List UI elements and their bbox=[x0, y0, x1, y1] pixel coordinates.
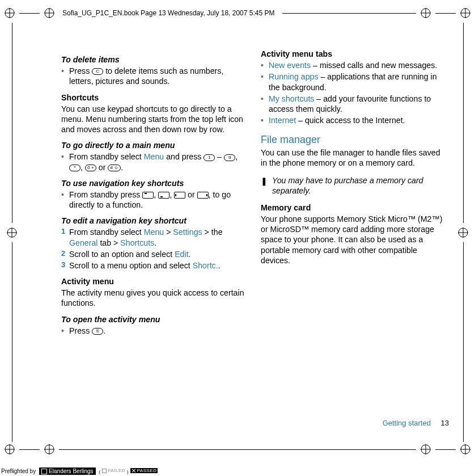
page-body: To delete items Press C to delete items … bbox=[61, 49, 447, 412]
regmark-outer-br bbox=[460, 444, 470, 454]
key-star: ＊ bbox=[69, 165, 80, 171]
p-memory-card: Your phone supports Memory Stick Micro™ … bbox=[261, 214, 447, 266]
heading-memory-card: Memory card bbox=[261, 203, 447, 213]
nav-down-icon bbox=[158, 192, 169, 199]
crop-line bbox=[59, 449, 416, 450]
key-1: 1 bbox=[203, 154, 215, 161]
note-memory-card: ❚ You may have to purchase a memory card… bbox=[261, 175, 447, 196]
preflight-brand: Elanders Berlings bbox=[39, 467, 95, 475]
heading-nav-shortcuts: To use navigation key shortcuts bbox=[61, 178, 247, 188]
svg-rect-31 bbox=[42, 469, 46, 474]
crop-line bbox=[19, 13, 40, 14]
footer-section: Getting started bbox=[383, 419, 431, 427]
regmark-side-r bbox=[458, 228, 468, 238]
x-icon bbox=[132, 469, 136, 473]
regmark-outer-bl bbox=[5, 444, 15, 454]
tab-running-apps: Running apps – applications that are run… bbox=[261, 71, 447, 92]
page-footer: Getting started 13 bbox=[383, 419, 449, 427]
info-icon: ❚ bbox=[261, 175, 268, 196]
tab-my-shortcuts: My shortcuts – add your favourite functi… bbox=[261, 94, 447, 114]
step-2: 2 Scroll to an option and select Edit. bbox=[61, 249, 247, 259]
regmark-inner-tl bbox=[44, 8, 54, 18]
tab-internet: Internet – quick access to the Internet. bbox=[261, 115, 447, 125]
preflight-label: Preflighted by bbox=[1, 468, 36, 474]
column-left: To delete items Press C to delete items … bbox=[61, 49, 247, 412]
p-activity-menu: The activity menu gives you quick access… bbox=[61, 288, 247, 308]
status-failed: FAILED bbox=[102, 468, 125, 473]
regmark-side-l bbox=[7, 228, 17, 238]
p-shortcuts: You can use keypad shortcuts to go direc… bbox=[61, 104, 247, 135]
heading-open-activity: To open the activity menu bbox=[61, 314, 247, 325]
p-file-manager: You can use the file manager to handle f… bbox=[261, 148, 447, 168]
heading-to-delete-items: To delete items bbox=[61, 54, 247, 65]
step-1: 1 From standby select Menu > Settings > … bbox=[61, 227, 247, 247]
regmark-inner-tr bbox=[421, 8, 431, 18]
step-3: 3 Scroll to a menu option and select Sho… bbox=[61, 260, 247, 271]
nav-right-icon bbox=[197, 192, 209, 199]
nav-left-icon bbox=[174, 192, 185, 199]
regmark-inner-bl bbox=[44, 444, 54, 454]
status-passed: PASSED bbox=[130, 468, 158, 473]
box-icon bbox=[102, 469, 107, 473]
regmark-outer-tr bbox=[460, 8, 470, 18]
section-file-manager: File manager bbox=[261, 133, 447, 146]
book-header-text: Sofia_UG_P1C_EN.book Page 13 Wednesday, … bbox=[62, 9, 274, 17]
crop-line bbox=[282, 13, 416, 14]
heading-main-menu: To go directly to a main menu bbox=[61, 140, 247, 150]
key-9: 9 bbox=[224, 154, 235, 161]
preflight-strip: Preflighted by Elanders Berlings ( FAILE… bbox=[1, 467, 158, 475]
crop-line bbox=[19, 449, 40, 450]
regmark-outer-tl bbox=[5, 8, 15, 18]
top-crop-row: Sofia_UG_P1C_EN.book Page 13 Wednesday, … bbox=[0, 3, 475, 23]
heading-shortcuts: Shortcuts bbox=[61, 92, 247, 103]
key-activity: ⎘ bbox=[92, 328, 103, 335]
column-right: Activity menu tabs New events – missed c… bbox=[261, 49, 447, 412]
bullet-delete-items: Press C to delete items such as numbers,… bbox=[61, 66, 247, 86]
preflight-status: ( FAILED ) PASSED bbox=[99, 468, 158, 474]
left-crop-col bbox=[3, 23, 20, 442]
bottom-crop-row bbox=[0, 440, 475, 459]
regmark-inner-br bbox=[421, 444, 431, 454]
heading-activity-tabs: Activity menu tabs bbox=[261, 49, 447, 59]
bullet-nav-shortcuts: From standby press , , or , to go direct… bbox=[61, 189, 247, 210]
nav-up-icon bbox=[142, 192, 154, 199]
crop-line bbox=[435, 13, 456, 14]
key-hash: # ☺ bbox=[108, 165, 121, 171]
bullet-open-activity: Press ⎘. bbox=[61, 326, 247, 336]
footer-page-number: 13 bbox=[441, 419, 449, 427]
key-0: 0 + bbox=[85, 165, 96, 171]
heading-edit-nav-shortcut: To edit a navigation key shortcut bbox=[61, 216, 247, 226]
crop-line bbox=[435, 449, 456, 450]
heading-activity-menu: Activity menu bbox=[61, 276, 247, 287]
key-c: C bbox=[92, 68, 103, 75]
right-crop-col bbox=[455, 23, 472, 442]
tab-new-events: New events – missed calls and new messag… bbox=[261, 60, 447, 70]
bullet-main-menu: From standby select Menu and press 1 – 9… bbox=[61, 151, 247, 172]
